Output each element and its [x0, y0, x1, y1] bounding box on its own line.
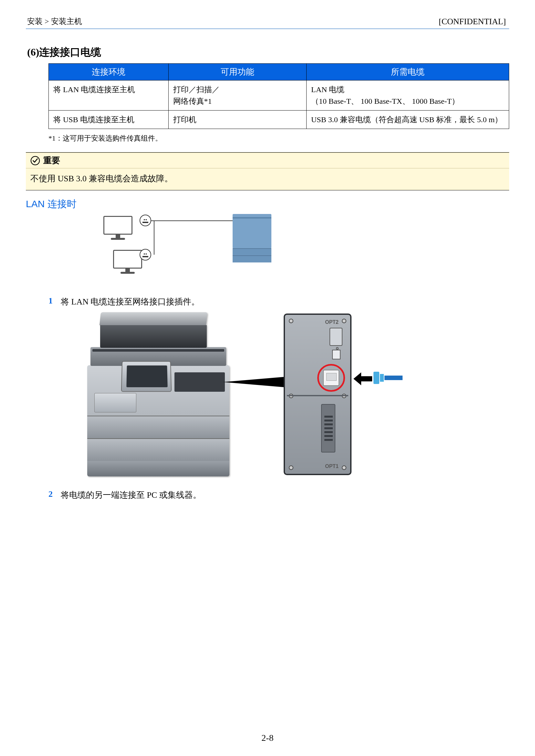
usb-port-icon: [332, 350, 341, 360]
arrow-left-icon: [353, 372, 372, 385]
network-wire: [151, 220, 233, 221]
step-1: 1 将 LAN 电缆连接至网络接口接插件。: [48, 296, 509, 308]
table-footnote: *1：这可用于安装选购件传真组件。: [48, 133, 509, 143]
page-number: 2-8: [0, 733, 535, 743]
diagram-lan-topology: [103, 216, 284, 287]
cell-cable: USB 3.0 兼容电缆（符合超高速 USB 标准，最长 5.0 m）: [307, 110, 509, 129]
cell-cable: LAN 电缆 （10 Base-T、 100 Base-TX、 1000 Bas…: [307, 80, 509, 110]
cell-func: 打印机: [168, 110, 307, 129]
rear-port-panel: OPT2 OPT1: [284, 313, 352, 475]
cell-env: 将 LAN 电缆连接至主机: [49, 80, 169, 110]
printer-illustration: [87, 312, 229, 477]
callout-pointer-icon: [223, 377, 284, 387]
monitor-icon: [113, 250, 142, 274]
th-cable: 所需电缆: [307, 64, 509, 80]
step-2: 2 将电缆的另一端连接至 PC 或集线器。: [48, 489, 509, 501]
opt2-label: OPT2: [325, 319, 339, 325]
breadcrumb: 安装 > 安装主机: [27, 16, 82, 26]
step-text: 将电缆的另一端连接至 PC 或集线器。: [61, 489, 201, 501]
cable-table: 连接环境 可用功能 所需电缆 将 LAN 电缆连接至主机 打印／扫描／ 网络传真…: [48, 63, 509, 129]
cell-env: 将 USB 电缆连接至主机: [49, 110, 169, 129]
printer-icon: [233, 214, 271, 262]
important-label: 重要: [43, 155, 60, 166]
important-body: 不使用 USB 3.0 兼容电缆会造成故障。: [26, 173, 509, 184]
expansion-slot-icon: [321, 404, 335, 452]
highlight-circle-icon: [317, 364, 345, 392]
network-wire: [154, 220, 155, 255]
table-row: 将 LAN 电缆连接至主机 打印／扫描／ 网络传真*1 LAN 电缆 （10 B…: [49, 80, 509, 110]
confidential-label: [CONFIDENTIAL]: [439, 17, 506, 26]
network-hub-icon: [140, 249, 151, 260]
cell-func: 打印／扫描／ 网络传真*1: [168, 80, 307, 110]
step-number: 1: [48, 296, 55, 308]
step-text: 将 LAN 电缆连接至网络接口接插件。: [61, 296, 200, 308]
sub-heading-lan: LAN 连接时: [26, 197, 509, 211]
table-row: 将 USB 电缆连接至主机 打印机 USB 3.0 兼容电缆（符合超高速 USB…: [49, 110, 509, 129]
th-env: 连接环境: [49, 64, 169, 80]
header-rule: [26, 28, 509, 29]
step-number: 2: [48, 489, 55, 501]
check-icon: [30, 156, 40, 165]
lan-cable-icon: [374, 372, 403, 384]
svg-point-0: [31, 156, 40, 164]
diagram-lan-port-detail: OPT2 OPT1: [87, 312, 391, 480]
important-box: 重要 不使用 USB 3.0 兼容电缆会造成故障。: [26, 152, 509, 190]
serial-port-icon: [329, 328, 343, 346]
th-func: 可用功能: [168, 64, 307, 80]
monitor-icon: [103, 216, 132, 240]
section-title: (6)连接接口电缆: [26, 45, 509, 59]
opt1-label: OPT1: [325, 463, 339, 469]
network-hub-icon: [140, 215, 151, 226]
